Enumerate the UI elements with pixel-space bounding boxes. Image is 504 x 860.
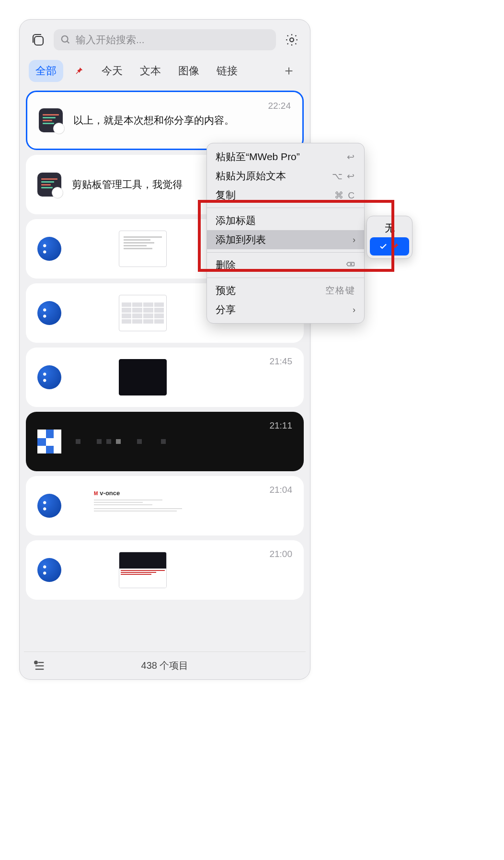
add-to-list-submenu: 无	[367, 216, 412, 259]
lists-button[interactable]	[33, 659, 46, 673]
collections-icon[interactable]	[29, 31, 47, 49]
svg-point-6	[34, 661, 37, 664]
svg-point-1	[62, 36, 68, 42]
tab-add[interactable]	[277, 62, 301, 80]
ctx-copy[interactable]: 复制⌘ C	[207, 186, 364, 205]
separator	[207, 208, 364, 208]
filter-tabs: 全部 今天 文本 图像 链接	[24, 57, 306, 91]
separator	[207, 252, 364, 253]
shortcut: ⌥ ↩	[332, 171, 355, 182]
ctx-share[interactable]: 分享›	[207, 300, 364, 319]
clip-time: 22:24	[268, 101, 291, 111]
ctx-delete[interactable]: 删除	[207, 256, 364, 275]
clip-thumbnail	[119, 231, 167, 267]
list-settings-icon	[33, 659, 46, 673]
ctx-add-title[interactable]: 添加标题	[207, 211, 364, 230]
pin-icon	[74, 66, 84, 76]
ctx-add-to-list[interactable]: 添加到列表›	[207, 230, 364, 249]
clip-thumbnail	[119, 359, 167, 395]
screenshot-app-icon	[37, 365, 61, 389]
clip-thumbnail	[119, 552, 167, 588]
source-app-icon: M	[39, 108, 63, 132]
tab-image[interactable]: 图像	[172, 60, 206, 82]
app-badge: M	[53, 188, 63, 198]
screenshot-app-icon	[37, 558, 61, 582]
screenshot-app-icon	[37, 301, 61, 325]
sub-none[interactable]: 无	[370, 219, 409, 237]
clip-item[interactable]: 21:00	[26, 540, 304, 600]
separator	[207, 278, 364, 278]
clip-item[interactable]: 21:04 Mv-once	[26, 476, 304, 535]
shortcut: 空格键	[325, 284, 355, 297]
tab-link[interactable]: 链接	[210, 60, 244, 82]
source-app-icon: M	[37, 173, 61, 197]
search-field[interactable]	[54, 29, 276, 50]
ctx-paste-to-app[interactable]: 粘贴至“MWeb Pro”↩	[207, 147, 364, 166]
delete-icon	[345, 259, 355, 272]
check-icon	[379, 242, 388, 251]
clip-time: 21:11	[269, 420, 292, 431]
search-input[interactable]	[76, 34, 269, 46]
clip-time: 21:45	[269, 356, 292, 367]
clip-text: 以上，就是本次想和你分享的内容。	[73, 113, 234, 128]
tab-all[interactable]: 全部	[29, 60, 63, 82]
clip-time: 21:04	[269, 485, 292, 495]
clip-item[interactable]: 22:24 M 以上，就是本次想和你分享的内容。	[26, 91, 304, 150]
svg-rect-0	[34, 36, 43, 45]
app-badge: M	[54, 124, 65, 134]
footer: 438 个项目	[24, 651, 306, 679]
svg-point-3	[290, 38, 294, 42]
sub-pinned[interactable]	[370, 237, 409, 256]
context-menu: 粘贴至“MWeb Pro”↩ 粘贴为原始文本⌥ ↩ 复制⌘ C 添加标题 添加到…	[206, 143, 365, 324]
clip-time: 21:00	[269, 549, 292, 559]
topbar	[24, 26, 306, 57]
pin-icon	[390, 242, 400, 251]
clip-item[interactable]: 21:45	[26, 348, 304, 407]
clip-text: 剪贴板管理工具，我觉得	[72, 177, 183, 192]
ctx-paste-plain[interactable]: 粘贴为原始文本⌥ ↩	[207, 166, 364, 186]
item-count: 438 个项目	[141, 659, 189, 672]
screenshot-app-icon	[37, 494, 61, 518]
tab-text[interactable]: 文本	[133, 60, 168, 82]
clip-thumbnail	[76, 439, 166, 444]
clip-thumbnail: Mv-once	[90, 487, 195, 525]
plus-icon	[284, 66, 294, 76]
tab-today[interactable]: 今天	[95, 60, 129, 82]
gear-icon	[285, 33, 299, 47]
source-app-icon	[37, 430, 61, 453]
clip-thumbnail	[119, 295, 167, 331]
clip-item[interactable]: 21:11	[26, 412, 304, 471]
search-icon	[60, 35, 71, 45]
clipboard-app-window: 全部 今天 文本 图像 链接 22:24 M 以上，就是本次想和你分享的内容。 …	[19, 19, 310, 680]
screenshot-app-icon	[37, 237, 61, 261]
ctx-preview[interactable]: 预览空格键	[207, 281, 364, 300]
shortcut: ↩	[347, 151, 355, 163]
chevron-right-icon: ›	[353, 305, 355, 315]
svg-line-2	[67, 41, 69, 44]
settings-button[interactable]	[283, 31, 301, 49]
shortcut: ⌘ C	[334, 190, 355, 201]
chevron-right-icon: ›	[353, 235, 355, 245]
tab-pinned[interactable]	[67, 62, 91, 80]
